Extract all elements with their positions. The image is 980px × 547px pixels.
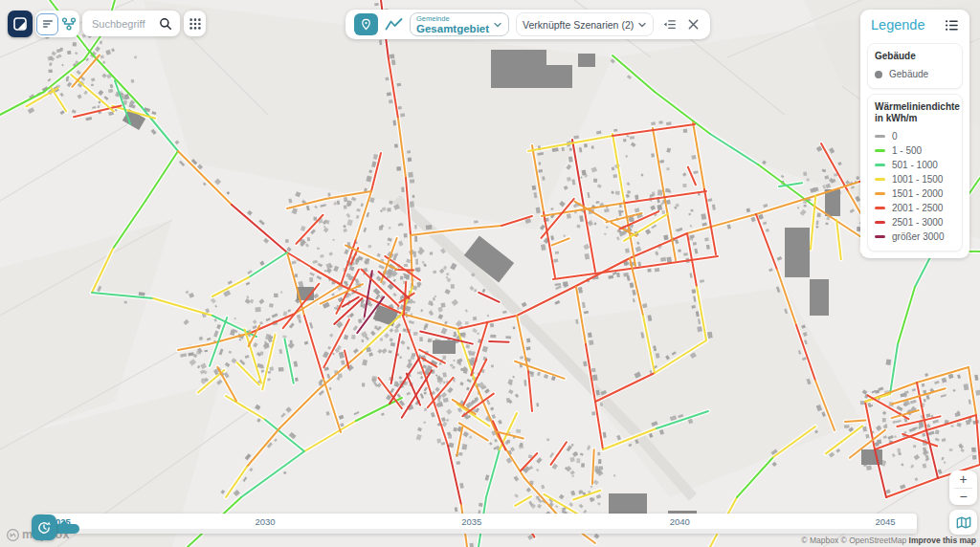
basemap-style-button[interactable] [949,510,977,535]
timeline-year-2035[interactable]: 2035 [461,516,481,527]
legend-item-label: größer 3000 [892,231,944,242]
timeline-track[interactable] [42,529,917,534]
filter-lines-icon [41,17,55,31]
linked-scenarios-select[interactable]: Verknüpfte Szenarien (2) [516,12,654,36]
layer-toggle-group [35,11,79,37]
trend-line-icon[interactable] [385,17,403,32]
legend-item-label: 501 - 1000 [892,160,938,170]
zoom-out-button[interactable]: − [949,489,977,506]
legend-item: 2001 - 2500 [875,201,955,215]
legend-item-label: 1501 - 2000 [892,188,943,199]
legend-item: 2501 - 3000 [875,215,955,230]
heat-line-swatch [875,192,885,195]
chevron-down-icon [637,20,647,30]
area-pin-button[interactable] [354,13,378,35]
attribution-osm[interactable]: © OpenStreetMap [841,536,907,545]
legend-item-label: 2001 - 2500 [892,203,943,213]
legend-item: 0 [875,129,955,143]
apps-grid-button[interactable] [184,11,206,36]
building-dot-swatch [875,71,882,78]
reset-time-button[interactable] [32,514,56,540]
timeline-year-2030[interactable]: 2030 [255,516,275,527]
heat-line-swatch [875,235,885,238]
map-pin-icon [360,18,372,31]
legend-item: 1 - 500 [875,143,955,158]
legend-section-heat: Wärmeliniendichte in kWh/m 01 - 500501 -… [867,94,963,252]
close-toolbar-button[interactable] [684,16,702,33]
map-canvas[interactable] [0,0,980,547]
legend-item: 1501 - 2000 [875,186,955,201]
legend-item-label: 1 - 500 [892,145,922,156]
legend-item-label: 2501 - 3000 [892,217,943,228]
legend-section-buildings: Gebäude Gebäude [867,43,963,89]
heat-line-swatch [875,135,885,138]
improve-map-link[interactable]: Improve this map [909,536,976,545]
search-icon[interactable] [159,17,172,31]
gemeinde-select[interactable]: Gemeinde Gesamtgebiet [410,12,509,36]
history-icon [36,520,52,536]
heat-line-swatch [875,207,885,209]
grid-dots-icon [189,17,202,31]
heat-line-swatch [875,149,885,152]
scenario-toolbar: Gemeinde Gesamtgebiet Verknüpfte Szenari… [345,10,710,39]
app-logo-button[interactable] [8,11,33,37]
folded-map-icon [956,515,971,530]
map-attribution: © Mapbox © OpenStreetMap Improve this ma… [801,536,976,545]
heat-line-swatch [875,221,885,224]
heat-line-swatch [875,178,885,181]
app-logo-icon [12,16,28,32]
close-icon [687,18,700,31]
zoom-controls: + − [949,470,977,505]
legend-item-label: 1001 - 1500 [892,174,943,185]
timeline-year-2040[interactable]: 2040 [670,516,690,527]
legend-item: größer 3000 [875,230,955,244]
gemeinde-select-value: Gesamtgebiet [416,23,489,34]
collapse-panel-button[interactable] [660,16,678,33]
legend-item: 501 - 1000 [875,158,955,172]
network-icon [61,16,77,32]
search-input[interactable] [90,17,159,31]
attribution-mapbox[interactable]: © Mapbox [801,536,838,545]
legend-item-label: Gebäude [889,69,928,79]
legend-item-label: 0 [892,131,898,142]
linked-scenarios-label: Verknüpfte Szenarien (2) [523,19,634,31]
chevron-down-icon [493,20,502,30]
heat-planning-app: mapbox [0,0,980,547]
mapbox-icon [7,529,19,541]
zoom-in-button[interactable]: + [949,470,977,488]
legend-list-icon[interactable] [945,18,959,33]
legend-buildings-heading: Gebäude [875,51,955,62]
legend-heat-heading: Wärmeliniendichte in kWh/m [875,101,955,124]
network-view-button[interactable] [59,14,78,34]
legend-panel: Legende Gebäude Gebäude Wärmeliniendicht… [860,10,969,258]
timeline-slider: 20252030203520402045 [42,514,917,534]
search-box [82,11,180,36]
legend-item: 1001 - 1500 [875,172,955,186]
heat-line-swatch [875,164,885,166]
legend-item: Gebäude [875,67,955,81]
filter-layers-button[interactable] [36,13,58,35]
collapse-list-icon [662,17,677,32]
timeline-year-2045[interactable]: 2045 [876,516,896,527]
gemeinde-select-label: Gemeinde [416,15,489,23]
legend-title: Legende [871,17,924,33]
